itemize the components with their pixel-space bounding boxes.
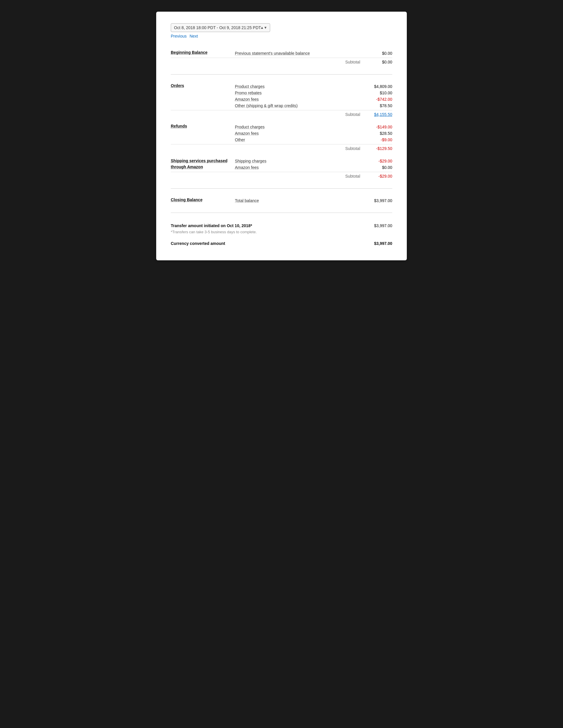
shipping-item-0: Shipping charges [235, 158, 354, 164]
previous-link[interactable]: Previous [171, 34, 186, 38]
date-select-wrapper[interactable]: Oct 8, 2018 18:00 PDT - Oct 9, 2018 21:2… [171, 23, 270, 32]
refunds-subtotal-value: -$129.50 [366, 146, 392, 151]
shipping-item-1: Amazon fees [235, 164, 354, 171]
refunds-section: Refunds Product charges Amazon fees Othe… [171, 121, 392, 155]
transfer-title-row: Transfer amount initiated on Oct 10, 201… [171, 223, 392, 230]
refunds-row: Refunds Product charges Amazon fees Othe… [171, 124, 392, 143]
beginning-balance-row: Beginning Balance Previous statement's u… [171, 50, 392, 56]
statement-card: Oct 8, 2018 18:00 PDT - Oct 9, 2018 21:2… [156, 12, 407, 260]
orders-label: Orders [171, 83, 235, 109]
next-link[interactable]: Next [189, 34, 198, 38]
orders-value-3: $78.50 [354, 103, 392, 109]
orders-item-0: Product charges [235, 83, 354, 90]
date-range-select[interactable]: Oct 8, 2018 18:00 PDT - Oct 9, 2018 21:2… [171, 23, 270, 32]
shipping-subtotal-label: Subtotal [345, 174, 360, 179]
shipping-section: Shipping services purchased through Amaz… [171, 155, 392, 183]
divider-3 [171, 213, 392, 213]
refunds-label: Refunds [171, 124, 235, 143]
closing-balance-value: $3,997.00 [354, 197, 392, 204]
beginning-balance-label: Beginning Balance [171, 50, 235, 56]
orders-subtotal-label: Subtotal [345, 112, 360, 117]
closing-balance-item: Total balance [235, 197, 354, 204]
shipping-subtotal-value: -$29.00 [366, 174, 392, 179]
shipping-subtotal: Subtotal -$29.00 [171, 172, 392, 180]
currency-value: $3,997.00 [374, 241, 392, 246]
orders-value-2: -$742.00 [354, 96, 392, 103]
shipping-value-0: -$29.00 [354, 158, 392, 164]
refunds-value-2: -$9.00 [354, 137, 392, 143]
closing-balance-row: Closing Balance Total balance $3,997.00 [171, 197, 392, 204]
divider-1 [171, 74, 392, 75]
orders-section: Orders Product charges Promo rebates Ama… [171, 80, 392, 121]
refunds-value-1: $28.50 [354, 130, 392, 137]
beginning-balance-item: Previous statement's unavailable balance [235, 50, 354, 56]
shipping-row: Shipping services purchased through Amaz… [171, 158, 392, 171]
beginning-balance-value: $0.00 [354, 50, 392, 56]
shipping-value-1: $0.00 [354, 164, 392, 171]
date-picker-row: Oct 8, 2018 18:00 PDT - Oct 9, 2018 21:2… [171, 23, 392, 32]
closing-balance-section: Closing Balance Total balance $3,997.00 [171, 195, 392, 207]
transfer-section: Transfer amount initiated on Oct 10, 201… [171, 219, 392, 240]
transfer-title: Transfer amount initiated on Oct 10, 201… [171, 223, 252, 228]
nav-links: Previous Next [171, 34, 392, 38]
orders-value-0: $4,809.00 [354, 83, 392, 90]
orders-row: Orders Product charges Promo rebates Ama… [171, 83, 392, 109]
refunds-subtotal: Subtotal -$129.50 [171, 144, 392, 152]
beginning-balance-subtotal: Subtotal $0.00 [171, 58, 392, 66]
orders-item-3: Other (shipping & gift wrap credits) [235, 103, 354, 109]
refunds-subtotal-label: Subtotal [345, 146, 360, 151]
transfer-value: $3,997.00 [374, 223, 392, 228]
currency-label: Currency converted amount [171, 241, 225, 246]
orders-item-1: Promo rebates [235, 90, 354, 96]
transfer-note: *Transfers can take 3-5 business days to… [171, 230, 392, 238]
refunds-item-0: Product charges [235, 124, 354, 130]
refunds-value-0: -$149.00 [354, 124, 392, 130]
orders-value-1: $10.00 [354, 90, 392, 96]
beginning-balance-section: Beginning Balance Previous statement's u… [171, 47, 392, 68]
refunds-item-2: Other [235, 137, 354, 143]
beginning-balance-subtotal-value: $0.00 [366, 60, 392, 64]
shipping-label: Shipping services purchased through Amaz… [171, 158, 235, 171]
currency-row: Currency converted amount $3,997.00 [171, 240, 392, 246]
refunds-item-1: Amazon fees [235, 130, 354, 137]
orders-item-2: Amazon fees [235, 96, 354, 103]
orders-subtotal-value[interactable]: $4,155.50 [366, 112, 392, 117]
divider-2 [171, 188, 392, 189]
closing-balance-label: Closing Balance [171, 197, 235, 204]
beginning-balance-subtotal-label: Subtotal [345, 60, 360, 64]
orders-subtotal: Subtotal $4,155.50 [171, 110, 392, 118]
